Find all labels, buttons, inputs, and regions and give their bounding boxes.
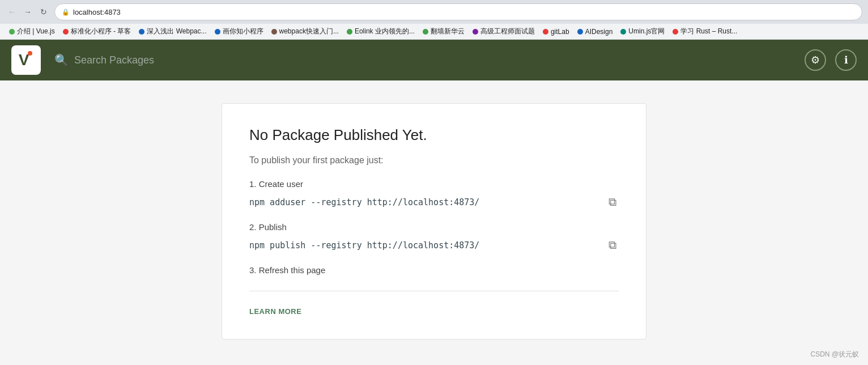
card-title: No Package Published Yet. — [249, 126, 619, 144]
bookmark-label: 画你知小程序 — [223, 27, 263, 36]
bookmark-label: webpack快速入门... — [279, 27, 339, 36]
footer-watermark: CSDN @状元蚁 — [810, 350, 859, 359]
bookmark-bm11[interactable]: Umin.js官网 — [617, 26, 668, 37]
copy-step2-button[interactable]: ⧉ — [606, 236, 619, 254]
lock-icon: 🔒 — [62, 9, 70, 16]
logo-dot — [28, 51, 32, 56]
bookmark-bm12[interactable]: 学习 Rust – Rust... — [669, 26, 741, 37]
bookmark-favicon — [271, 29, 277, 35]
bookmark-label: 深入浅出 Webpac... — [147, 27, 206, 36]
app-header: V 🔍 ⚙ ℹ — [0, 40, 868, 80]
logo[interactable]: V — [11, 45, 41, 75]
bookmark-bm9[interactable]: gitLab — [539, 27, 573, 37]
bookmark-bm8[interactable]: 高级工程师面试题 — [469, 26, 538, 37]
logo-v-letter: V — [19, 52, 29, 68]
back-button[interactable]: ← — [6, 6, 18, 18]
copy-icon-2: ⧉ — [609, 239, 616, 252]
bookmark-favicon — [543, 29, 548, 35]
step2-command-text: npm publish --registry http://localhost:… — [249, 240, 479, 251]
forward-button[interactable]: → — [22, 6, 34, 18]
bookmark-favicon — [63, 29, 69, 35]
bookmark-bm10[interactable]: AIDesign — [574, 27, 616, 37]
reload-button[interactable]: ↻ — [37, 6, 50, 18]
main-content: No Package Published Yet. To publish you… — [0, 80, 868, 362]
bookmark-label: 高级工程师面试题 — [480, 27, 535, 36]
bookmark-favicon — [577, 29, 583, 35]
settings-icon: ⚙ — [811, 54, 820, 66]
bookmark-label: gitLab — [551, 28, 569, 36]
bookmark-bm1[interactable]: 介绍 | Vue.js — [6, 26, 58, 37]
bookmark-favicon — [423, 29, 428, 35]
card-subtitle: To publish your first package just: — [249, 155, 619, 165]
info-button[interactable]: ℹ — [835, 49, 857, 71]
search-container: 🔍 — [54, 53, 805, 67]
address-bar[interactable]: 🔒 localhost:4873 — [54, 3, 862, 20]
step1-command-line: npm adduser --registry http://localhost:… — [249, 193, 619, 211]
content-card: No Package Published Yet. To publish you… — [222, 103, 646, 339]
bookmark-label: 介绍 | Vue.js — [17, 27, 55, 36]
bookmark-favicon — [9, 29, 15, 35]
bookmark-favicon — [473, 29, 478, 35]
bookmark-bm4[interactable]: 画你知小程序 — [211, 26, 267, 37]
bookmark-bm2[interactable]: 标准化小程序 - 草客 — [59, 26, 135, 37]
nav-buttons: ← → ↻ — [6, 6, 50, 18]
step2-heading: 2. Publish — [249, 222, 619, 232]
bookmark-label: Umin.js官网 — [628, 27, 665, 36]
browser-toolbar: ← → ↻ 🔒 localhost:4873 — [0, 0, 868, 24]
step3-text: 3. Refresh this page — [249, 265, 619, 275]
bookmark-label: Eolink 业内领先的... — [355, 27, 415, 36]
bookmark-favicon — [673, 29, 678, 35]
bookmark-bm3[interactable]: 深入浅出 Webpac... — [135, 26, 210, 37]
step2-command-line: npm publish --registry http://localhost:… — [249, 236, 619, 254]
bookmark-bm6[interactable]: Eolink 业内领先的... — [343, 26, 418, 37]
search-input[interactable] — [74, 54, 244, 66]
bookmark-label: 翻墙新华云 — [431, 27, 465, 36]
step1-command-text: npm adduser --registry http://localhost:… — [249, 197, 479, 207]
settings-button[interactable]: ⚙ — [805, 49, 826, 71]
search-icon: 🔍 — [54, 53, 69, 67]
bookmark-bm7[interactable]: 翻墙新华云 — [419, 26, 468, 37]
bookmark-favicon — [347, 29, 352, 35]
header-actions: ⚙ ℹ — [805, 49, 857, 71]
learn-more-button[interactable]: LEARN MORE — [249, 307, 301, 316]
bookmark-favicon — [215, 29, 220, 35]
bookmark-label: AIDesign — [585, 28, 613, 36]
bookmark-favicon — [620, 29, 626, 35]
url-text: localhost:4873 — [73, 8, 855, 16]
bookmark-bm5[interactable]: webpack快速入门... — [268, 26, 342, 37]
step1-heading: 1. Create user — [249, 179, 619, 189]
bookmark-favicon — [139, 29, 144, 35]
bookmark-label: 学习 Rust – Rust... — [680, 27, 737, 36]
bookmark-label: 标准化小程序 - 草客 — [71, 27, 131, 36]
copy-step1-button[interactable]: ⧉ — [606, 193, 619, 211]
card-divider — [249, 291, 619, 291]
browser-chrome: ← → ↻ 🔒 localhost:4873 介绍 | Vue.js标准化小程序… — [0, 0, 868, 40]
copy-icon: ⧉ — [609, 196, 616, 209]
bookmarks-bar: 介绍 | Vue.js标准化小程序 - 草客深入浅出 Webpac...画你知小… — [0, 24, 868, 40]
logo-inner: V — [19, 52, 34, 68]
info-icon: ℹ — [844, 54, 848, 66]
